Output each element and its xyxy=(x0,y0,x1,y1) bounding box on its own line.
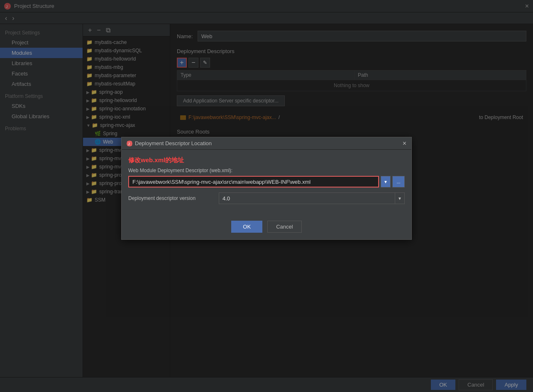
descriptor-path-dropdown-button[interactable]: ▼ xyxy=(381,176,391,187)
modal-footer: OK Cancel xyxy=(122,217,411,239)
descriptor-path-input[interactable] xyxy=(128,176,379,187)
version-dropdown-button[interactable]: ▼ xyxy=(395,192,405,204)
modal-version-dropdown: ▼ xyxy=(219,192,405,204)
modal-annotation: 修改web.xml的地址 xyxy=(128,156,405,164)
modal-version-label: Deployment descriptor version xyxy=(128,195,215,201)
modal-icon: J xyxy=(127,141,132,146)
modal-overlay: J Deployment Descriptor Location × 修改web… xyxy=(0,0,533,392)
modal-version-row: Deployment descriptor version ▼ xyxy=(128,192,405,204)
modal-cancel-button[interactable]: Cancel xyxy=(267,221,301,233)
deployment-descriptor-dialog: J Deployment Descriptor Location × 修改web… xyxy=(121,137,412,240)
modal-ok-button[interactable]: OK xyxy=(231,221,262,233)
modal-body: 修改web.xml的地址 Web Module Deployment Descr… xyxy=(122,150,411,217)
modal-input-row: ▼ ... xyxy=(128,176,405,187)
modal-title-bar: J Deployment Descriptor Location × xyxy=(122,137,411,150)
version-input[interactable] xyxy=(219,192,395,204)
modal-close-button[interactable]: × xyxy=(403,140,406,147)
modal-title: Deployment Descriptor Location xyxy=(135,140,403,146)
modal-field-label: Web Module Deployment Descriptor (web.xm… xyxy=(128,168,405,173)
svg-text:J: J xyxy=(128,142,130,146)
descriptor-path-browse-button[interactable]: ... xyxy=(392,176,405,187)
